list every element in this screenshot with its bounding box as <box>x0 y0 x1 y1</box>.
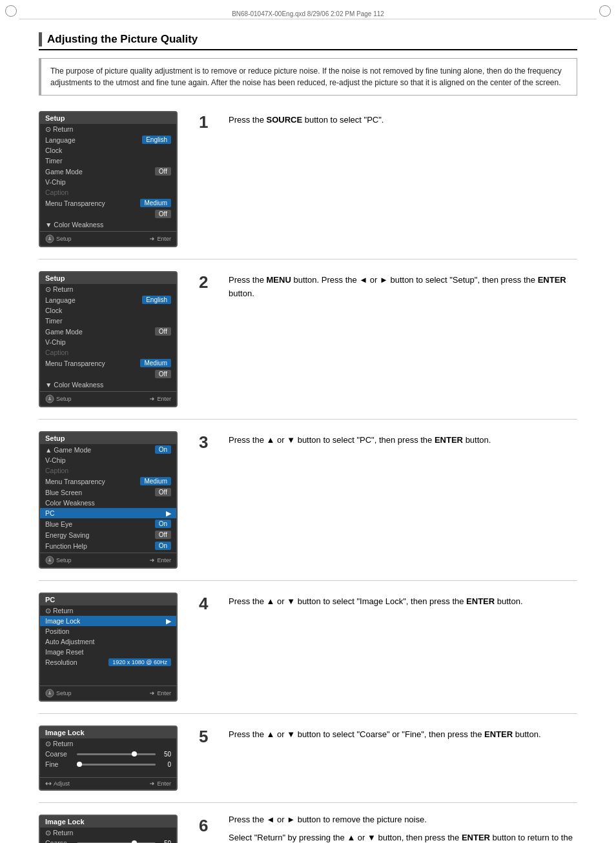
menu-item-return-2: ⊙ Return <box>40 284 176 294</box>
setup-menu-screenshot-3: Setup ▲ Game Mode On V-Chip Caption Men <box>39 431 178 569</box>
file-header: BN68-01047X-00Eng.qxd 8/29/06 2:02 PM Pa… <box>19 6 597 19</box>
step-1-row: Setup ⊙ Return Language English Clock T <box>39 111 577 259</box>
step-5-text: Press the ▲ or ▼ button to select "Coars… <box>229 726 577 742</box>
menu-item-game-mode-3: ▲ Game Mode On <box>40 444 176 455</box>
menu-item-clock: Clock <box>40 145 176 156</box>
step-3-number: 3 <box>199 431 217 452</box>
menu-footer-3: Setup Enter <box>40 553 176 567</box>
menu-item-blue-eye: Blue Eye On <box>40 518 176 529</box>
footer-setup-2: Setup <box>45 394 72 403</box>
step-6-subtext: Select "Return" by pressing the ▲ or ▼ b… <box>229 831 577 843</box>
footer-enter-5: Enter <box>149 780 171 787</box>
menu-title-2: Setup <box>40 272 176 284</box>
section-title-bar: Adjusting the Picture Quality <box>39 32 577 50</box>
step-4-image: PC ⊙ Return Image Lock ▶ Position Auto <box>39 593 187 702</box>
menu-title-4: PC <box>40 594 176 605</box>
intro-box: The purpose of picture quality adjustmen… <box>39 58 577 96</box>
menu-item-color-weakness: ▼ Color Weakness <box>40 219 176 230</box>
menu-item-game-mode-2: Game Mode Off <box>40 326 176 337</box>
step-6-text: Press the ◄ or ► button to remove the pi… <box>229 815 577 843</box>
footer-enter-4: Enter <box>149 689 171 698</box>
step-4-text: Press the ▲ or ▼ button to select "Image… <box>229 593 577 609</box>
menu-item-return-6: ⊙ Return <box>40 828 176 838</box>
step-6-image: Image Lock ⊙ Return Coarse 50 <box>39 815 187 843</box>
section-title: Adjusting the Picture Quality <box>47 33 198 46</box>
menu-item-language: Language English <box>40 134 176 145</box>
menu-item-energy-saving: Energy Saving Off <box>40 529 176 540</box>
footer-adjust-5: Adjust <box>45 780 70 787</box>
menu-item-game-mode: Game Mode Off <box>40 166 176 177</box>
step-2-image: Setup ⊙ Return Language English Clock T <box>39 271 187 407</box>
menu-title-3: Setup <box>40 432 176 444</box>
menu-item-position: Position <box>40 626 176 636</box>
step-2-text: Press the MENU button. Press the ◄ or ► … <box>229 271 577 301</box>
menu-item-off-badge-2: Off <box>40 369 176 380</box>
setup-menu-screenshot-2: Setup ⊙ Return Language English Clock T <box>39 271 178 407</box>
menu-item-timer: Timer <box>40 156 176 166</box>
footer-enter: Enter <box>149 234 171 243</box>
page-container: BN68-01047X-00Eng.qxd 8/29/06 2:02 PM Pa… <box>0 0 616 843</box>
step-4-row: PC ⊙ Return Image Lock ▶ Position Auto <box>39 593 577 714</box>
menu-item-blue-screen: Blue Screen Off <box>40 487 176 498</box>
corner-mark-tr <box>599 5 611 17</box>
menu-item-menu-trans: Menu Transparency Medium <box>40 198 176 208</box>
menu-title-1: Setup <box>40 112 176 124</box>
menu-item-image-lock: Image Lock ▶ <box>40 616 176 626</box>
step-3-row: Setup ▲ Game Mode On V-Chip Caption Men <box>39 431 577 581</box>
title-accent <box>39 32 42 46</box>
image-lock-screenshot-1: Image Lock ⊙ Return Coarse 50 <box>39 726 178 791</box>
footer-enter-2: Enter <box>149 394 171 403</box>
menu-item-return-5: ⊙ Return <box>40 738 176 749</box>
main-content: Adjusting the Picture Quality The purpos… <box>0 19 616 843</box>
menu-footer-1: Setup Enter <box>40 231 176 246</box>
menu-item-vchip-2: V-Chip <box>40 337 176 347</box>
menu-item-off-badge: Off <box>40 208 176 219</box>
step-1-number: 1 <box>199 111 217 132</box>
menu-footer-5: Adjust Enter <box>40 777 176 789</box>
menu-item-fine: Fine 0 <box>40 759 176 769</box>
menu-item-clock-2: Clock <box>40 305 176 316</box>
menu-item-language-2: Language English <box>40 294 176 305</box>
step-5-image: Image Lock ⊙ Return Coarse 50 <box>39 726 187 791</box>
footer-setup: Setup <box>45 234 72 243</box>
footer-setup-3: Setup <box>45 556 72 565</box>
menu-item-resolution: Resolution 1920 x 1080 @ 60Hz <box>40 657 176 667</box>
menu-item-coarse-6: Coarse 50 <box>40 838 176 843</box>
menu-footer-4: Setup Enter <box>40 686 176 700</box>
menu-footer-2: Setup Enter <box>40 391 176 406</box>
step-6-number: 6 <box>199 815 217 836</box>
setup-menu-screenshot-1: Setup ⊙ Return Language English Clock T <box>39 111 178 247</box>
menu-item-caption-2: Caption <box>40 347 176 358</box>
step-1-text: Press the SOURCE button to select "PC". <box>229 111 577 127</box>
footer-enter-3: Enter <box>149 556 171 565</box>
menu-item-return: ⊙ Return <box>40 124 176 134</box>
steps-area: Setup ⊙ Return Language English Clock T <box>39 111 577 843</box>
step-3-text: Press the ▲ or ▼ button to select "PC", … <box>229 431 577 447</box>
menu-item-color-weakness-3: Color Weakness <box>40 498 176 508</box>
menu-item-menu-trans-3: Menu Transparency Medium <box>40 476 176 487</box>
step-6-row: Image Lock ⊙ Return Coarse 50 <box>39 815 577 843</box>
menu-item-function-help: Function Help On <box>40 540 176 551</box>
menu-item-color-weakness-2: ▼ Color Weakness <box>40 380 176 390</box>
corner-mark-tl <box>5 5 17 17</box>
step-5-row: Image Lock ⊙ Return Coarse 50 <box>39 726 577 803</box>
menu-item-caption-3: Caption <box>40 465 176 476</box>
footer-setup-4: Setup <box>45 689 72 698</box>
step-2-number: 2 <box>199 271 217 292</box>
menu-item-pc-highlighted: PC ▶ <box>40 508 176 518</box>
menu-item-return-4: ⊙ Return <box>40 605 176 616</box>
step-3-image: Setup ▲ Game Mode On V-Chip Caption Men <box>39 431 187 569</box>
menu-item-vchip-3: V-Chip <box>40 455 176 465</box>
pc-menu-screenshot: PC ⊙ Return Image Lock ▶ Position Auto <box>39 593 178 702</box>
step-1-image: Setup ⊙ Return Language English Clock T <box>39 111 187 247</box>
menu-item-image-reset: Image Reset <box>40 647 176 657</box>
step-4-number: 4 <box>199 593 217 614</box>
image-lock-screenshot-2: Image Lock ⊙ Return Coarse 50 <box>39 815 178 843</box>
menu-item-timer-2: Timer <box>40 316 176 326</box>
menu-item-menu-trans-2: Menu Transparency Medium <box>40 358 176 369</box>
menu-title-5: Image Lock <box>40 727 176 738</box>
menu-item-coarse: Coarse 50 <box>40 749 176 759</box>
menu-item-vchip: V-Chip <box>40 177 176 187</box>
step-5-number: 5 <box>199 726 217 747</box>
menu-item-caption: Caption <box>40 187 176 198</box>
